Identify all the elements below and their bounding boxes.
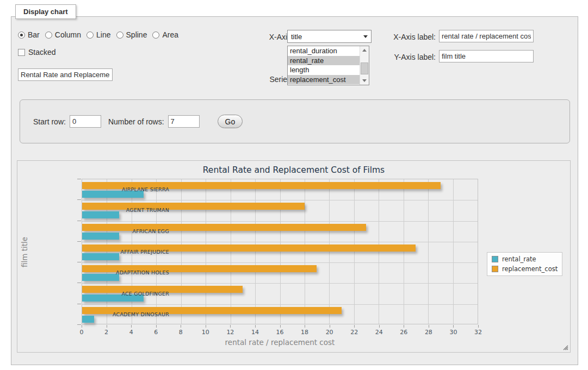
chevron-down-icon	[363, 35, 368, 38]
y-tick-mark	[77, 304, 81, 304]
gridline	[82, 304, 478, 305]
category-label: AFRICAN EGG	[109, 228, 169, 234]
x-tick-mark	[404, 325, 404, 328]
radio-icon[interactable]	[152, 32, 159, 39]
series-option-rental_rate[interactable]: rental_rate	[288, 56, 360, 66]
chart-container: Rental Rate and Replacement Cost of Film…	[17, 160, 571, 353]
x-axis-label-label: X-Axis label:	[381, 33, 436, 41]
start-row-input[interactable]	[70, 115, 101, 128]
gridline	[255, 179, 256, 324]
radio-icon[interactable]	[116, 32, 123, 39]
x-tick-mark	[206, 325, 206, 328]
series-listbox[interactable]: rental_durationrental_ratelengthreplacem…	[287, 46, 369, 85]
x-axis-label-input[interactable]	[439, 30, 534, 42]
legend-label: rental_rate	[502, 255, 536, 263]
chart-type-option-bar[interactable]: Bar	[18, 30, 40, 39]
x-tick-label: 8	[179, 329, 183, 336]
gridline	[453, 179, 454, 324]
radio-label: Column	[55, 30, 81, 39]
x-tick-label: 24	[375, 329, 383, 336]
y-tick-mark	[77, 283, 81, 283]
chart-y-axis-label: film title	[20, 225, 29, 279]
x-tick-mark	[305, 325, 305, 328]
x-tick-mark	[280, 325, 281, 328]
x-tick-mark	[82, 325, 82, 328]
x-tick-label: 10	[202, 329, 209, 336]
gridline	[354, 179, 355, 324]
y-tick-mark	[77, 324, 81, 325]
x-tick-label: 18	[301, 329, 308, 336]
x-tick-label: 4	[129, 329, 133, 336]
chart-legend: rental_ratereplacement_cost	[487, 252, 562, 276]
scroll-up-button[interactable]	[360, 46, 369, 54]
x-axis-selected-value: title	[291, 33, 363, 41]
chart-x-axis-label: rental rate / replacement cost	[82, 338, 478, 347]
gridline	[82, 221, 478, 222]
resize-handle-icon[interactable]	[562, 344, 568, 350]
x-tick-mark	[354, 325, 355, 328]
series-options: rental_durationrental_ratelengthreplacem…	[288, 46, 360, 85]
x-tick-mark	[478, 325, 479, 328]
x-tick-label: 16	[276, 329, 284, 336]
x-tick-label: 28	[425, 329, 432, 336]
radio-icon[interactable]	[45, 32, 52, 39]
x-tick-label: 6	[154, 329, 158, 336]
display-chart-screen: Display chart BarColumnLineSplineArea St…	[0, 0, 588, 370]
radio-icon[interactable]	[86, 32, 94, 39]
gridline	[206, 179, 206, 324]
category-label: AGENT TRUMAN	[109, 207, 169, 213]
category-label: ADAPTATION HOLES	[109, 269, 169, 275]
series-option-replacement_cost[interactable]: replacement_cost	[288, 75, 360, 85]
chart-title-input[interactable]	[18, 68, 113, 81]
chart-type-option-column[interactable]: Column	[45, 30, 81, 39]
chart-type-option-line[interactable]: Line	[86, 30, 110, 39]
go-button[interactable]: Go	[218, 115, 243, 128]
x-tick-label: 26	[400, 329, 407, 336]
legend-item-replacement_cost: replacement_cost	[488, 264, 561, 274]
y-tick-mark	[77, 241, 81, 242]
series-option-length[interactable]: length	[288, 65, 360, 75]
x-axis-select-label: X-Axis:	[245, 33, 293, 41]
stacked-checkbox[interactable]	[18, 49, 25, 56]
radio-icon[interactable]	[18, 32, 25, 39]
x-tick-mark	[255, 325, 256, 328]
stacked-label: Stacked	[28, 48, 56, 57]
display-chart-fieldset: BarColumnLineSplineArea Stacked X-Axis: …	[11, 16, 578, 365]
category-label: AIRPLANE SIERRA	[109, 186, 169, 192]
number-of-rows-label: Number of rows:	[108, 117, 164, 126]
x-tick-label: 0	[80, 329, 84, 336]
gridline	[280, 179, 281, 324]
y-tick-mark	[77, 221, 81, 221]
stacked-checkbox-row[interactable]: Stacked	[18, 48, 56, 57]
scrollbar-thumb[interactable]	[361, 62, 368, 74]
y-axis-label-input[interactable]	[439, 50, 534, 62]
category-label: ACE GOLDFINGER	[109, 290, 169, 296]
gridline	[82, 200, 478, 200]
category-label: AFFAIR PREJUDICE	[109, 249, 169, 255]
series-listbox-label: Series:	[245, 75, 293, 84]
series-scrollbar[interactable]	[360, 46, 369, 85]
chart-type-radio-group: BarColumnLineSplineArea	[18, 30, 178, 39]
radio-label: Spline	[126, 30, 147, 39]
chart-type-option-area[interactable]: Area	[152, 30, 178, 39]
scroll-down-button[interactable]	[360, 77, 369, 85]
gridline	[231, 179, 231, 324]
radio-label: Line	[96, 30, 110, 39]
legend-swatch-icon	[492, 256, 498, 262]
x-axis-select[interactable]: title	[287, 30, 372, 43]
gridline	[404, 179, 404, 324]
gridline	[107, 179, 107, 324]
chart-type-option-spline[interactable]: Spline	[116, 30, 147, 39]
display-chart-legend: Display chart	[15, 4, 76, 19]
gridline	[379, 179, 379, 324]
radio-label: Bar	[28, 30, 40, 39]
x-tick-mark	[429, 325, 429, 328]
number-of-rows-input[interactable]	[168, 115, 200, 128]
category-label: ACADEMY DINOSAUR	[109, 311, 169, 317]
x-tick-label: 20	[326, 329, 333, 336]
x-tick-label: 12	[226, 329, 234, 336]
x-tick-mark	[230, 325, 231, 328]
chart-title: Rental Rate and Replacement Cost of Film…	[17, 165, 570, 175]
series-option-rental_duration[interactable]: rental_duration	[288, 46, 360, 56]
y-tick-mark	[77, 262, 81, 262]
